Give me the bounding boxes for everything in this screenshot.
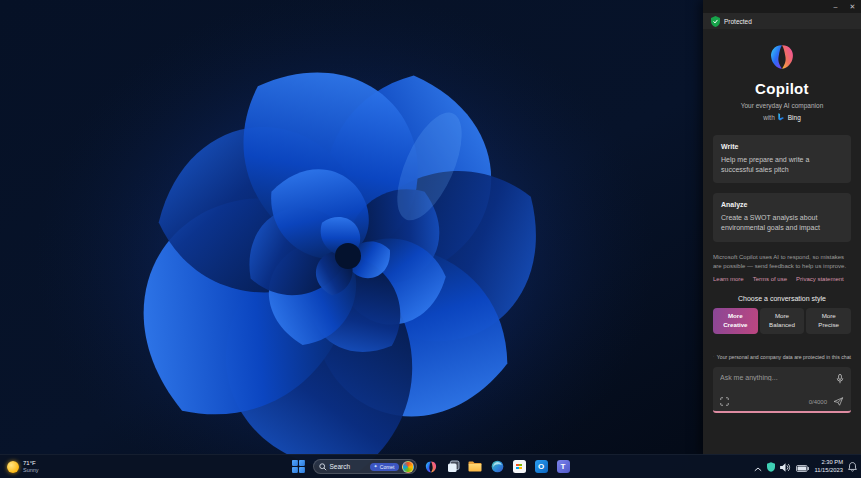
weather-widget[interactable]: 71°F Sunny — [2, 455, 44, 478]
style-option-line: Creative — [723, 321, 747, 330]
card-title: Write — [721, 143, 843, 150]
task-view-icon — [447, 460, 460, 473]
system-tray: 2:30 PM 11/15/2023 — [754, 455, 857, 478]
copilot-icon — [424, 460, 438, 474]
edge-button[interactable] — [490, 459, 505, 474]
style-more-balanced[interactable]: More Balanced — [760, 308, 805, 334]
send-icon[interactable] — [833, 397, 844, 406]
msn-circle-icon[interactable] — [402, 461, 414, 473]
style-more-precise[interactable]: More Precise — [806, 308, 851, 334]
store-icon — [513, 460, 526, 473]
store-button[interactable] — [512, 459, 527, 474]
chevron-up-icon[interactable] — [754, 458, 762, 476]
chat-input[interactable] — [720, 374, 832, 381]
clock[interactable]: 2:30 PM 11/15/2023 — [814, 459, 843, 473]
panel-content: Copilot Your everyday AI companion with … — [703, 29, 861, 455]
battery-icon[interactable] — [796, 458, 809, 476]
shield-outline-icon — [713, 353, 714, 360]
outlook-letter: O — [538, 462, 544, 471]
composer[interactable]: 0/4000 — [713, 367, 851, 413]
style-chooser-heading: Choose a conversation style — [738, 295, 826, 302]
screenshot-icon[interactable] — [720, 397, 729, 406]
tray-time: 2:30 PM — [821, 459, 843, 466]
security-shield-icon[interactable] — [767, 458, 775, 476]
task-view-button[interactable] — [446, 459, 461, 474]
style-option-line: More — [728, 312, 743, 321]
char-counter: 0/4000 — [809, 399, 827, 405]
card-body: Create a SWOT analysis about environment… — [721, 213, 843, 233]
speaker-icon[interactable] — [780, 458, 791, 476]
bell-icon[interactable] — [848, 458, 857, 476]
panel-titlebar: – ✕ — [703, 0, 861, 13]
file-explorer-button[interactable] — [468, 459, 483, 474]
file-explorer-icon — [468, 461, 482, 472]
mic-icon[interactable] — [836, 374, 844, 384]
copilot-panel: – ✕ Protected — [703, 0, 861, 455]
close-button[interactable]: ✕ — [844, 0, 861, 13]
weather-condition: Sunny — [23, 467, 39, 474]
sparkle-icon: ✦ — [374, 464, 378, 469]
search-placeholder: Search — [330, 463, 351, 470]
taskbar-center: Search ✦ Comet — [291, 455, 571, 478]
suggestion-card-analyze[interactable]: Analyze Create a SWOT analysis about env… — [713, 193, 851, 241]
conversation-style-group: More Creative More Balanced More Precise — [713, 308, 851, 334]
link-terms-of-use[interactable]: Terms of use — [753, 276, 787, 282]
style-option-line: Precise — [818, 321, 839, 330]
protected-shield-icon — [711, 16, 720, 27]
weather-temperature: 71°F — [23, 460, 39, 467]
copilot-subtitle: Your everyday AI companion — [741, 102, 824, 109]
bing-icon — [777, 112, 785, 122]
search-highlight-label: Comet — [380, 464, 395, 470]
teams-letter: T — [561, 462, 566, 471]
windows-start-icon — [292, 460, 305, 473]
style-more-creative[interactable]: More Creative — [713, 308, 758, 334]
taskbar: 71°F Sunny Search — [0, 454, 861, 478]
style-option-line: Balanced — [769, 321, 795, 330]
teams-icon: T — [557, 460, 570, 473]
with-text: with — [763, 114, 775, 121]
search-highlight-pill[interactable]: ✦ Comet — [370, 463, 399, 471]
copilot-logo — [767, 42, 797, 72]
style-option-line: More — [822, 312, 836, 321]
protected-badge: Protected — [703, 13, 861, 29]
privacy-note: Your personal and company data are prote… — [713, 353, 851, 360]
sun-icon — [7, 461, 19, 473]
outlook-button[interactable]: O — [534, 459, 549, 474]
search-box[interactable]: Search ✦ Comet — [313, 459, 417, 474]
card-body: Help me prepare and write a successful s… — [721, 155, 843, 175]
with-bing-row: with Bing — [763, 112, 801, 122]
link-learn-more[interactable]: Learn more — [713, 276, 744, 282]
protected-label: Protected — [724, 18, 752, 25]
style-option-line: More — [775, 312, 789, 321]
copilot-title: Copilot — [755, 80, 809, 97]
search-icon — [319, 463, 327, 471]
suggestion-card-write[interactable]: Write Help me prepare and write a succes… — [713, 135, 851, 183]
privacy-note-text: Your personal and company data are prote… — [717, 354, 851, 360]
outlook-icon: O — [535, 460, 548, 473]
start-button[interactable] — [291, 459, 306, 474]
desktop: – ✕ Protected — [0, 0, 861, 478]
card-title: Analyze — [721, 201, 843, 208]
teams-button[interactable]: T — [556, 459, 571, 474]
minimize-button[interactable]: – — [827, 0, 844, 13]
edge-icon — [491, 460, 504, 473]
footer-links: Learn more Terms of use Privacy statemen… — [713, 276, 851, 282]
ai-disclaimer: Microsoft Copilot uses AI to respond, so… — [713, 253, 851, 272]
bing-label: Bing — [788, 114, 801, 121]
link-privacy-statement[interactable]: Privacy statement — [796, 276, 844, 282]
tray-date: 11/15/2023 — [814, 467, 843, 474]
copilot-taskbar-button[interactable] — [424, 459, 439, 474]
